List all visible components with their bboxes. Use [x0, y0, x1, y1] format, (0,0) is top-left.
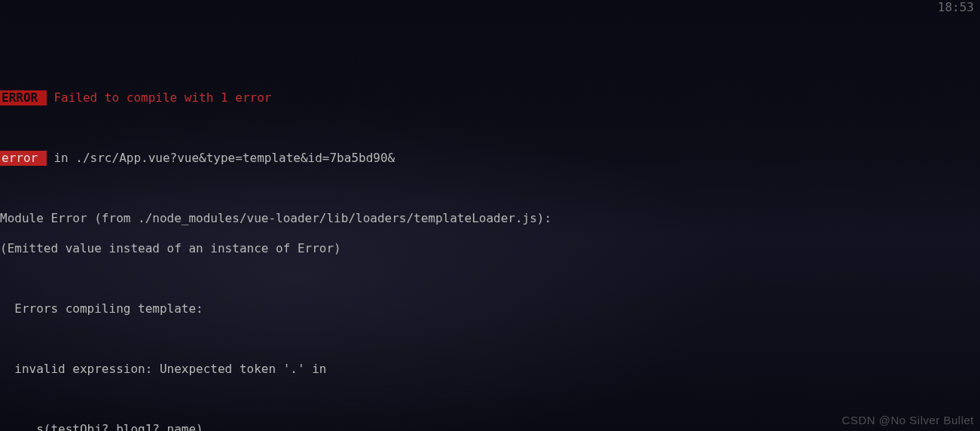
sub-error-badge: error	[0, 151, 47, 166]
error-badge: ERROR	[0, 90, 47, 105]
module-error-line2: (Emitted value instead of an instance of…	[0, 241, 980, 256]
errors-heading: Errors compiling template:	[0, 301, 980, 316]
watermark: CSDN @No Silver Bullet	[842, 413, 974, 428]
module-error-line1: Module Error (from ./node_modules/vue-lo…	[0, 211, 980, 226]
timestamp: 18:53	[938, 0, 974, 15]
expression-body: _s(testObj?.blog1?.name)	[0, 422, 980, 431]
sub-error-location: in ./src/App.vue?vue&type=template&id=7b…	[47, 151, 395, 165]
header-message: Failed to compile with 1 error	[47, 90, 272, 105]
invalid-expression: invalid expression: Unexpected token '.'…	[0, 362, 980, 377]
